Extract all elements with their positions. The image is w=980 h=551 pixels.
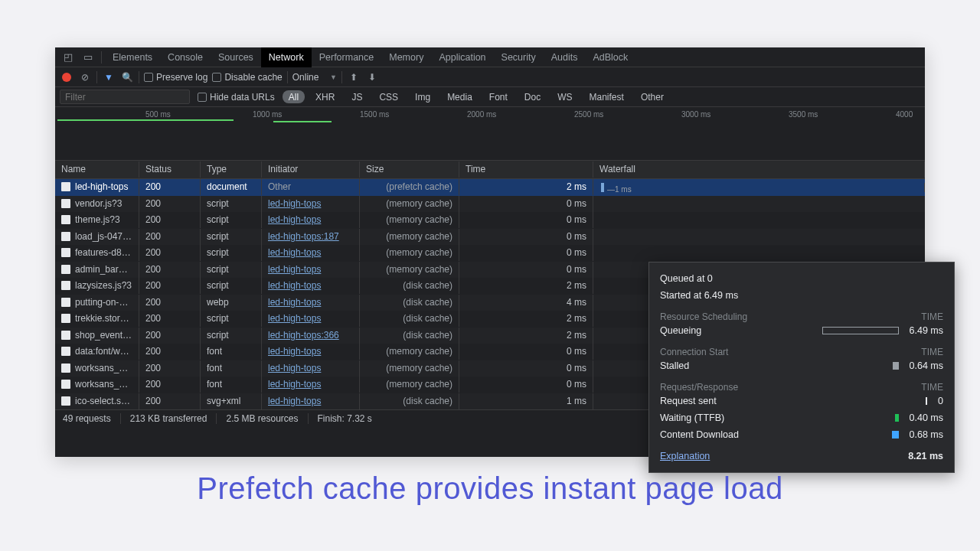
col-waterfall[interactable]: Waterfall [593,161,925,178]
initiator-link[interactable]: led-high-tops [268,379,321,390]
initiator-link[interactable]: led-high-tops [268,264,321,275]
cell-time: 0 ms [459,245,593,261]
cell-type: script [201,278,262,294]
cell-initiator: led-high-tops [262,295,360,311]
devtools-window: ◰ ▭ Elements Console Sources Network Per… [55,47,925,457]
file-icon [61,232,70,241]
hide-data-urls-checkbox[interactable]: Hide data URLs [198,92,275,103]
throttling-select[interactable]: Online ▼ [292,72,337,83]
queueing-bar [822,327,899,334]
clear-button[interactable]: ⊘ [78,70,92,84]
cell-status: 200 [139,212,201,228]
initiator-link[interactable]: led-high-tops [268,198,321,209]
cell-status: 200 [139,344,201,360]
preserve-log-checkbox[interactable]: Preserve log [144,72,207,83]
col-size[interactable]: Size [360,161,459,178]
initiator-link[interactable]: led-high-tops [268,363,321,373]
col-name[interactable]: Name [55,161,139,178]
type-xhr[interactable]: XHR [309,90,341,103]
disable-cache-checkbox[interactable]: Disable cache [212,72,282,83]
tab-memory[interactable]: Memory [381,47,431,67]
initiator-link[interactable]: led-high-tops:366 [268,330,339,341]
popover-queueing-label: Queueing [660,325,701,336]
type-font[interactable]: Font [483,90,514,103]
type-ws[interactable]: WS [551,90,578,103]
filter-toggle-icon[interactable]: ▼ [102,70,116,84]
cell-status: 200 [139,295,201,311]
tab-performance[interactable]: Performance [312,47,382,67]
initiator-link[interactable]: led-high-tops:187 [268,231,339,242]
popover-stalled-time: 0.64 ms [910,360,943,371]
initiator-link[interactable]: led-high-tops [268,313,321,324]
tab-application[interactable]: Application [431,47,493,67]
record-button[interactable] [60,70,74,84]
type-js[interactable]: JS [345,90,368,103]
initiator-link[interactable]: led-high-tops [268,280,321,291]
table-row[interactable]: theme.js?3200scriptled-high-tops(memory … [55,212,925,229]
download-har-icon[interactable]: ⬇ [365,70,379,84]
type-img[interactable]: Img [409,90,436,103]
initiator-link[interactable]: led-high-tops [268,247,321,258]
file-icon [61,281,70,290]
type-media[interactable]: Media [441,90,479,103]
table-row[interactable]: load_js-047…200scriptled-high-tops:187(m… [55,229,925,246]
type-other[interactable]: Other [635,90,670,103]
initiator-link[interactable]: led-high-tops [268,396,321,406]
cell-size: (memory cache) [360,229,459,245]
filter-input[interactable] [60,90,190,104]
table-row[interactable]: vendor.js?3200scriptled-high-tops(memory… [55,196,925,213]
overview-bar [57,119,234,121]
tab-network[interactable]: Network [261,47,312,67]
device-toggle-icon[interactable]: ▭ [78,51,98,63]
file-icon [61,396,70,406]
cell-status: 200 [139,196,201,212]
col-time[interactable]: Time [459,161,593,178]
cell-waterfall: —1 ms [593,183,925,192]
disable-cache-label: Disable cache [224,72,282,83]
inspect-icon[interactable]: ◰ [58,51,78,63]
tab-sources[interactable]: Sources [211,47,261,67]
col-type[interactable]: Type [201,161,262,178]
table-row[interactable]: led-high-tops200documentOther(prefetch c… [55,179,925,196]
cell-size: (disk cache) [360,393,459,409]
popover-queued-at: Queued at 0 [660,273,713,284]
cell-size: (disk cache) [360,295,459,311]
type-doc[interactable]: Doc [518,90,547,103]
timing-popover: Queued at 0 Started at 6.49 ms Resource … [648,262,955,473]
cell-type: script [201,212,262,228]
cell-name: admin_bar_i… [55,262,139,278]
popover-stalled-label: Stalled [660,360,689,371]
cell-time: 4 ms [459,295,593,311]
tab-adblock[interactable]: AdBlock [585,47,635,67]
cell-initiator: led-high-tops [262,311,360,327]
upload-har-icon[interactable]: ⬆ [347,70,361,84]
tab-security[interactable]: Security [494,47,544,67]
tab-console[interactable]: Console [160,47,211,67]
hide-data-urls-label: Hide data URLs [210,92,275,103]
network-overview[interactable]: 500 ms 1000 ms 1500 ms 2000 ms 2500 ms 3… [55,107,925,161]
type-all[interactable]: All [283,90,305,103]
tab-audits[interactable]: Audits [544,47,586,67]
file-icon [61,364,70,373]
popover-time-header: TIME [921,347,943,357]
timeline-tick: 1500 ms [360,110,389,119]
initiator-link[interactable]: led-high-tops [268,297,321,308]
cell-type: script [201,328,262,344]
type-css[interactable]: CSS [373,90,404,103]
col-initiator[interactable]: Initiator [262,161,360,178]
initiator-link[interactable]: led-high-tops [268,214,321,225]
col-status[interactable]: Status [139,161,201,178]
popover-sent-label: Request sent [660,396,717,406]
tab-elements[interactable]: Elements [105,47,160,67]
cell-size: (memory cache) [360,212,459,228]
cell-size: (memory cache) [360,377,459,393]
type-manifest[interactable]: Manifest [583,90,630,103]
file-icon [61,331,70,340]
cell-size: (memory cache) [360,360,459,377]
popover-section-connection: Connection Start [660,347,728,357]
search-icon[interactable]: 🔍 [120,70,134,84]
initiator-link[interactable]: led-high-tops [268,346,321,357]
cell-initiator: led-high-tops [262,393,360,409]
popover-explanation-link[interactable]: Explanation [660,451,710,461]
table-row[interactable]: features-d8f…200scriptled-high-tops(memo… [55,245,925,262]
